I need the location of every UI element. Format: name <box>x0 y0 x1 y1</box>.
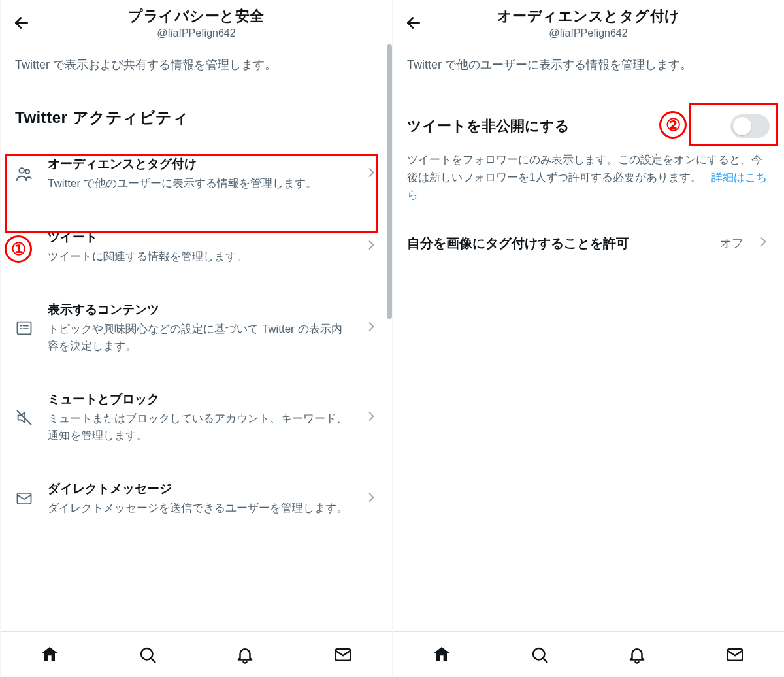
item-content: ミュートとブロック ミュートまたはブロックしているアカウント、キーワード、通知を… <box>48 391 350 444</box>
nav-search[interactable] <box>491 632 589 677</box>
item-desc: ミュートまたはブロックしているアカウント、キーワード、通知を管理します。 <box>48 410 350 444</box>
envelope-icon <box>12 489 36 508</box>
nav-home[interactable] <box>393 632 491 677</box>
title-block: プライバシーと安全 @fiafPPefign642 <box>7 7 385 39</box>
item-desc: ツイートに関連する情報を管理します。 <box>48 248 350 265</box>
privacy-safety-pane: プライバシーと安全 @fiafPPefign642 Twitter で表示および… <box>0 0 392 677</box>
protect-tweets-desc: ツイートをフォロワーにのみ表示します。この設定をオンにすると、今後は新しいフォロ… <box>393 147 784 219</box>
home-icon <box>39 644 60 665</box>
svg-point-2 <box>25 169 29 173</box>
title-block: オーディエンスとタグ付け @fiafPPefign642 <box>399 7 777 39</box>
page-title: オーディエンスとタグ付け <box>399 7 777 26</box>
item-tweets[interactable]: ツイート ツイートに関連する情報を管理します。 <box>1 210 392 284</box>
item-audience-tagging[interactable]: オーディエンスとタグ付け Twitter で他のユーザーに表示する情報を管理しま… <box>1 137 392 210</box>
bell-icon <box>627 645 647 665</box>
photo-tagging-label: 自分を画像にタグ付けすることを許可 <box>407 235 712 252</box>
bottom-nav <box>393 631 784 677</box>
toggle-knob <box>733 117 751 135</box>
nav-messages[interactable] <box>294 632 392 677</box>
item-label: ツイート <box>48 229 350 246</box>
protect-tweets-label: ツイートを非公開にする <box>407 116 723 136</box>
user-handle: @fiafPPefign642 <box>7 27 385 39</box>
nav-notifications[interactable] <box>197 632 295 677</box>
protect-desc-text: ツイートをフォロワーにのみ表示します。この設定をオンにすると、今後は新しいフォロ… <box>407 154 762 184</box>
search-icon <box>138 645 157 665</box>
item-content: オーディエンスとタグ付け Twitter で他のユーザーに表示する情報を管理しま… <box>48 156 350 192</box>
chevron-right-icon <box>751 235 770 251</box>
nav-notifications[interactable] <box>589 632 687 677</box>
photo-tagging-row[interactable]: 自分を画像にタグ付けすることを許可 オフ <box>393 219 784 268</box>
item-content: 表示するコンテンツ トピックや興味関心などの設定に基づいて Twitter の表… <box>48 301 350 354</box>
protect-tweets-row: ツイートを非公開にする <box>393 91 784 147</box>
chevron-right-icon <box>362 166 380 182</box>
home-icon <box>431 644 452 665</box>
chevron-right-icon <box>362 320 380 336</box>
intro-text: Twitter で表示および共有する情報を管理します。 <box>1 44 392 91</box>
envelope-icon <box>725 645 745 665</box>
svg-line-15 <box>543 658 547 662</box>
user-handle: @fiafPPefign642 <box>399 27 777 39</box>
search-icon <box>530 645 549 665</box>
item-direct-messages[interactable]: ダイレクトメッセージ ダイレクトメッセージを送信できるユーザーを管理します。 <box>1 462 392 535</box>
item-label: ダイレクトメッセージ <box>48 480 350 497</box>
item-desc: ダイレクトメッセージを送信できるユーザーを管理します。 <box>48 500 350 517</box>
nav-messages[interactable] <box>686 632 784 677</box>
header: プライバシーと安全 @fiafPPefign642 <box>1 0 392 44</box>
chevron-right-icon <box>362 239 380 254</box>
audience-tagging-pane: オーディエンスとタグ付け @fiafPPefign642 Twitter で他の… <box>392 0 784 677</box>
list-box-icon <box>12 319 36 337</box>
bottom-nav <box>1 631 392 677</box>
bell-icon <box>235 645 255 665</box>
mute-icon <box>12 408 36 427</box>
item-mute-block[interactable]: ミュートとブロック ミュートまたはブロックしているアカウント、キーワード、通知を… <box>1 372 392 462</box>
envelope-icon <box>333 645 353 665</box>
section-title: Twitter アクティビティ <box>1 91 392 137</box>
pencil-icon <box>12 237 36 256</box>
svg-rect-3 <box>18 322 31 334</box>
item-desc: トピックや興味関心などの設定に基づいて Twitter の表示内容を決定します。 <box>48 321 350 354</box>
nav-search[interactable] <box>99 632 197 677</box>
item-label: オーディエンスとタグ付け <box>48 156 350 173</box>
protect-tweets-toggle[interactable] <box>730 114 770 138</box>
intro-text: Twitter で他のユーザーに表示する情報を管理します。 <box>393 44 784 91</box>
item-label: 表示するコンテンツ <box>48 301 350 318</box>
item-content: ダイレクトメッセージ ダイレクトメッセージを送信できるユーザーを管理します。 <box>48 480 350 517</box>
item-content: ツイート ツイートに関連する情報を管理します。 <box>48 229 350 265</box>
chevron-right-icon <box>362 491 380 506</box>
people-icon <box>12 164 36 184</box>
header: オーディエンスとタグ付け @fiafPPefign642 <box>393 0 784 44</box>
svg-point-1 <box>20 168 25 173</box>
chevron-right-icon <box>362 410 380 425</box>
item-desc: Twitter で他のユーザーに表示する情報を管理します。 <box>48 175 350 192</box>
scrollbar[interactable] <box>387 44 392 319</box>
svg-rect-9 <box>18 493 31 504</box>
page-title: プライバシーと安全 <box>7 7 385 26</box>
photo-tagging-value: オフ <box>720 235 743 251</box>
svg-line-11 <box>151 658 155 662</box>
nav-home[interactable] <box>1 632 99 677</box>
item-content-you-see[interactable]: 表示するコンテンツ トピックや興味関心などの設定に基づいて Twitter の表… <box>1 283 392 372</box>
item-label: ミュートとブロック <box>48 391 350 408</box>
